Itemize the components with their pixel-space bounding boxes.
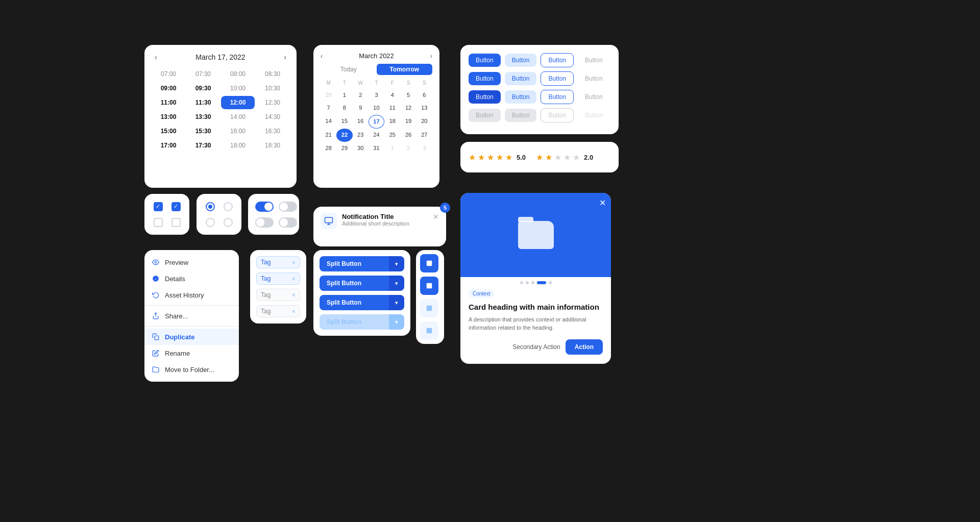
time-cell[interactable]: 17:00 (152, 139, 185, 152)
menu-item-details[interactable]: Details (144, 270, 239, 287)
icon-button-1[interactable] (420, 277, 438, 295)
tag-item-2[interactable]: Tag✕ (256, 289, 300, 301)
time-cell[interactable]: 07:00 (152, 67, 185, 81)
tag-item-1[interactable]: Tag✕ (256, 272, 300, 285)
notification-close-button[interactable]: ✕ (433, 213, 439, 221)
toggle-0[interactable] (255, 202, 274, 212)
calendar-day[interactable]: 21 (321, 129, 336, 141)
radio-0[interactable] (206, 202, 215, 211)
calendar-day[interactable]: 3 (369, 89, 384, 102)
time-cell[interactable]: 18:30 (256, 139, 289, 152)
calendar-day[interactable]: 24 (369, 129, 384, 141)
card-close-button[interactable]: ✕ (599, 198, 606, 208)
menu-item-preview[interactable]: Preview (144, 254, 239, 270)
tag-item-0[interactable]: Tag✕ (256, 256, 300, 268)
menu-item-move-to-folder...[interactable]: Move to Folder... (144, 361, 239, 378)
calendar-day[interactable]: 16 (353, 115, 369, 129)
time-cell[interactable]: 10:00 (221, 82, 255, 95)
cal-next-button[interactable]: › (430, 53, 432, 60)
calendar-day[interactable]: 1 (336, 89, 352, 102)
checkbox-2[interactable] (154, 218, 163, 227)
split-button-arrow-0[interactable]: ▾ (389, 256, 404, 271)
calendar-day[interactable]: 5 (400, 89, 416, 102)
time-cell[interactable]: 10:30 (256, 82, 289, 95)
calendar-day[interactable]: 31 (369, 142, 384, 155)
time-cell[interactable]: 12:00 (221, 96, 255, 109)
calendar-day[interactable]: 1 (384, 142, 400, 155)
calendar-day[interactable]: 28 (321, 89, 336, 102)
time-cell[interactable]: 11:30 (186, 96, 220, 109)
calendar-day[interactable]: 14 (321, 115, 336, 129)
calendar-day[interactable]: 28 (321, 142, 336, 155)
calendar-day[interactable]: 23 (353, 129, 369, 141)
ui-button-ghost[interactable]: Button (578, 90, 610, 104)
calendar-day[interactable]: 9 (353, 102, 369, 114)
split-button-main-3[interactable]: Split Button (320, 314, 389, 330)
time-cell[interactable]: 13:30 (186, 110, 220, 123)
time-next-button[interactable]: › (281, 52, 289, 62)
calendar-day[interactable]: 22 (336, 129, 352, 141)
ui-button-primary[interactable]: Button (469, 54, 501, 67)
calendar-day[interactable]: 2 (353, 89, 369, 102)
time-cell[interactable]: 14:00 (221, 110, 255, 123)
menu-item-duplicate[interactable]: Duplicate (144, 329, 239, 345)
time-cell[interactable]: 07:30 (186, 67, 220, 81)
split-button-main-1[interactable]: Split Button (320, 276, 389, 291)
time-cell[interactable]: 08:30 (256, 67, 289, 81)
time-cell[interactable]: 14:30 (256, 110, 289, 123)
checkbox-1[interactable] (172, 202, 181, 211)
time-cell[interactable]: 08:00 (221, 67, 255, 81)
calendar-day[interactable]: 19 (400, 115, 416, 129)
card-primary-button[interactable]: Action (566, 339, 603, 355)
split-button-arrow-1[interactable]: ▾ (389, 276, 404, 291)
ui-button-primary-light[interactable]: Button (505, 72, 537, 85)
time-cell[interactable]: 09:30 (186, 82, 220, 95)
time-cell[interactable]: 16:00 (221, 125, 255, 138)
radio-3[interactable] (224, 218, 233, 227)
icon-button-3[interactable] (420, 321, 438, 340)
tag-close-button[interactable]: ✕ (291, 292, 296, 298)
calendar-day[interactable]: 3 (416, 142, 432, 155)
ui-button-primary[interactable]: Button (469, 72, 501, 85)
toggle-2[interactable] (255, 217, 274, 228)
calendar-day[interactable]: 6 (416, 89, 432, 102)
ui-button-outline-disabled[interactable]: Button (541, 108, 574, 122)
calendar-day[interactable]: 7 (321, 102, 336, 114)
menu-item-rename[interactable]: Rename (144, 345, 239, 361)
time-cell[interactable]: 17:30 (186, 139, 220, 152)
ui-button-ghost[interactable]: Button (578, 54, 610, 67)
ui-button-outline[interactable]: Button (541, 71, 574, 86)
calendar-day[interactable]: 27 (416, 129, 432, 141)
time-cell[interactable]: 11:00 (152, 96, 185, 109)
cal-prev-button[interactable]: ‹ (321, 53, 323, 60)
icon-button-2[interactable] (420, 299, 438, 317)
radio-1[interactable] (224, 202, 233, 211)
calendar-tab-today[interactable]: Today (321, 64, 377, 75)
time-cell[interactable]: 18:00 (221, 139, 255, 152)
ui-button-outline[interactable]: Button (541, 53, 574, 67)
calendar-day[interactable]: 26 (400, 129, 416, 141)
radio-2[interactable] (206, 218, 215, 227)
time-cell[interactable]: 13:00 (152, 110, 185, 123)
tag-close-button[interactable]: ✕ (291, 309, 296, 314)
time-cell[interactable]: 15:30 (186, 125, 220, 138)
ui-button-ghost-disabled[interactable]: Button (578, 109, 610, 122)
tag-close-button[interactable]: ✕ (291, 260, 296, 265)
split-button-main-0[interactable]: Split Button (320, 256, 389, 271)
checkbox-0[interactable] (154, 202, 163, 211)
time-cell[interactable]: 16:30 (256, 125, 289, 138)
toggle-3[interactable] (279, 217, 297, 228)
calendar-day[interactable]: 30 (353, 142, 369, 155)
ui-button-primary-light[interactable]: Button (505, 54, 537, 67)
ui-button-primary-light[interactable]: Button (505, 90, 537, 104)
tag-close-button[interactable]: ✕ (291, 276, 296, 282)
calendar-day[interactable]: 29 (336, 142, 352, 155)
calendar-day[interactable]: 2 (400, 142, 416, 155)
menu-item-share...[interactable]: Share... (144, 308, 239, 324)
calendar-day[interactable]: 20 (416, 115, 432, 129)
calendar-day[interactable]: 25 (384, 129, 400, 141)
tag-item-3[interactable]: Tag✕ (256, 305, 300, 317)
calendar-day[interactable]: 12 (400, 102, 416, 114)
time-cell[interactable]: 15:00 (152, 125, 185, 138)
checkbox-3[interactable] (172, 218, 181, 227)
